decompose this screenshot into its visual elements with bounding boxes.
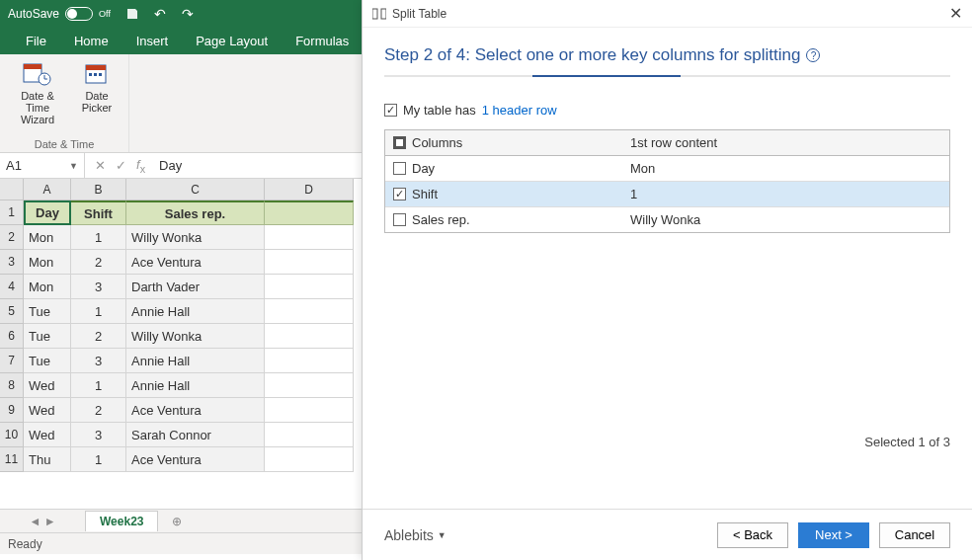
row-header[interactable]: 2: [0, 225, 24, 250]
cell[interactable]: Mon: [24, 225, 71, 250]
split-table-pane: Split Table ✕ Step 2 of 4: Select one or…: [362, 0, 972, 560]
col-header[interactable]: B: [71, 179, 126, 200]
cell[interactable]: Sarah Connor: [126, 423, 265, 447]
formula-input[interactable]: Day: [155, 158, 182, 173]
cell[interactable]: 3: [71, 423, 126, 447]
cell[interactable]: [265, 324, 354, 349]
row-header[interactable]: 1: [0, 200, 24, 225]
cell[interactable]: [265, 299, 354, 324]
redo-icon[interactable]: ↷: [180, 6, 196, 22]
save-icon[interactable]: [124, 6, 140, 22]
column-name: Day: [412, 161, 435, 176]
tab-formulas[interactable]: Formulas: [282, 28, 363, 54]
row-header[interactable]: 6: [0, 324, 24, 349]
column-content: Mon: [622, 156, 663, 181]
tab-insert[interactable]: Insert: [122, 28, 183, 54]
cell[interactable]: Tue: [24, 324, 71, 349]
select-all-checkbox[interactable]: [393, 136, 406, 149]
cell[interactable]: [265, 250, 354, 275]
help-icon[interactable]: ?: [806, 48, 820, 62]
cell[interactable]: 1: [71, 225, 126, 250]
header-count-link[interactable]: 1 header row: [482, 103, 557, 118]
cell[interactable]: Mon: [24, 275, 71, 299]
cell[interactable]: Willy Wonka: [126, 225, 265, 250]
cell[interactable]: [265, 200, 354, 225]
sheet-nav[interactable]: ◄ ►: [0, 515, 85, 528]
name-box[interactable]: A1 ▼: [0, 153, 85, 178]
date-time-wizard-button[interactable]: Date & Time Wizard: [8, 58, 67, 125]
row-header[interactable]: 10: [0, 423, 24, 447]
column-row[interactable]: Sales rep.Willy Wonka: [385, 207, 949, 232]
tab-home[interactable]: Home: [60, 28, 122, 54]
cell[interactable]: 3: [71, 349, 126, 373]
cell[interactable]: 3: [71, 275, 126, 299]
row-header[interactable]: 7: [0, 349, 24, 373]
row-header[interactable]: 11: [0, 447, 24, 472]
cell[interactable]: 1: [71, 447, 126, 472]
column-checkbox[interactable]: [393, 162, 406, 175]
cell[interactable]: Tue: [24, 299, 71, 324]
cell[interactable]: Ace Ventura: [126, 398, 265, 423]
header-cell[interactable]: Day: [24, 200, 71, 225]
cell[interactable]: Annie Hall: [126, 299, 265, 324]
cell[interactable]: Thu: [24, 447, 71, 472]
cell[interactable]: Wed: [24, 423, 71, 447]
cell[interactable]: Annie Hall: [126, 349, 265, 373]
cancel-button[interactable]: Cancel: [879, 522, 950, 548]
cell[interactable]: [265, 275, 354, 299]
row-header[interactable]: 8: [0, 373, 24, 398]
add-sheet-button[interactable]: ⊕: [168, 513, 186, 530]
col-header[interactable]: C: [126, 179, 265, 200]
select-all-corner[interactable]: [0, 179, 24, 200]
header-cell[interactable]: Shift: [71, 200, 126, 225]
row-header[interactable]: 4: [0, 275, 24, 299]
sheet-tab-active[interactable]: Week23: [85, 511, 158, 531]
tab-page-layout[interactable]: Page Layout: [182, 28, 282, 54]
cell[interactable]: Tue: [24, 349, 71, 373]
column-row[interactable]: DayMon: [385, 156, 949, 182]
cell[interactable]: [265, 373, 354, 398]
header-cell[interactable]: Sales rep.: [126, 200, 265, 225]
quick-access-toolbar: ↶ ↷: [124, 6, 196, 22]
cell[interactable]: 2: [71, 324, 126, 349]
undo-icon[interactable]: ↶: [152, 6, 168, 22]
enter-icon[interactable]: ✓: [116, 158, 126, 173]
cell[interactable]: Ace Ventura: [126, 250, 265, 275]
col-header[interactable]: D: [265, 179, 354, 200]
row-header[interactable]: 5: [0, 299, 24, 324]
row-header[interactable]: 9: [0, 398, 24, 423]
cell[interactable]: Ace Ventura: [126, 447, 265, 472]
cell[interactable]: 2: [71, 250, 126, 275]
cell[interactable]: Darth Vader: [126, 275, 265, 299]
col-header[interactable]: A: [24, 179, 71, 200]
column-row[interactable]: Shift1: [385, 182, 949, 207]
column-checkbox[interactable]: [393, 213, 406, 226]
brand-menu[interactable]: Ablebits ▼: [384, 527, 446, 543]
tab-file[interactable]: File: [12, 28, 60, 54]
row-header[interactable]: 3: [0, 250, 24, 275]
next-button[interactable]: Next >: [798, 522, 869, 548]
cell[interactable]: [265, 423, 354, 447]
cell[interactable]: [265, 447, 354, 472]
cell[interactable]: 2: [71, 398, 126, 423]
pane-title-text: Split Table: [392, 7, 446, 21]
cell[interactable]: Annie Hall: [126, 373, 265, 398]
cell[interactable]: Willy Wonka: [126, 324, 265, 349]
cell[interactable]: Wed: [24, 398, 71, 423]
cell[interactable]: [265, 225, 354, 250]
fx-icon[interactable]: fx: [136, 157, 145, 175]
column-checkbox[interactable]: [393, 188, 406, 200]
cell[interactable]: [265, 349, 354, 373]
calendar-icon: [81, 60, 113, 88]
cell[interactable]: 1: [71, 373, 126, 398]
header-checkbox[interactable]: [384, 104, 397, 117]
back-button[interactable]: < Back: [717, 522, 788, 548]
autosave-toggle[interactable]: AutoSave Off: [8, 7, 111, 21]
cell[interactable]: 1: [71, 299, 126, 324]
cell[interactable]: [265, 398, 354, 423]
cancel-icon[interactable]: ✕: [95, 158, 106, 173]
date-picker-button[interactable]: Date Picker: [73, 58, 121, 114]
cell[interactable]: Mon: [24, 250, 71, 275]
cell[interactable]: Wed: [24, 373, 71, 398]
close-icon[interactable]: ✕: [949, 4, 962, 23]
